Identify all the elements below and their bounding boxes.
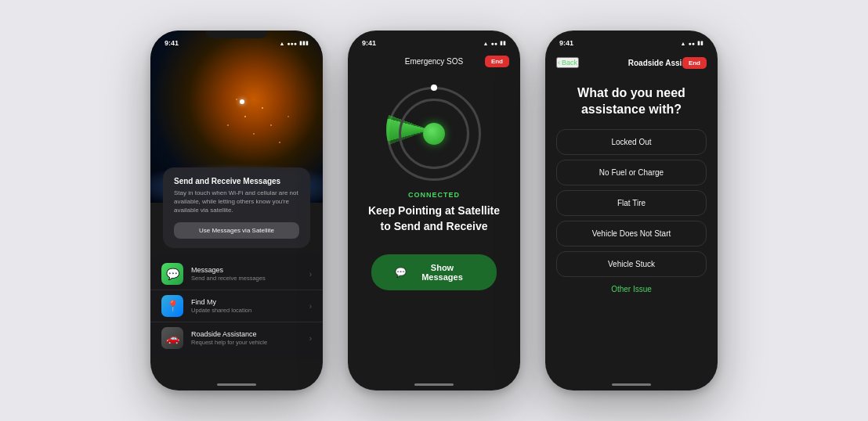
satellite-message-card: Send and Receive Messages Stay in touch …: [163, 167, 310, 248]
list-item[interactable]: 🚗 Roadside Assistance Request help for y…: [150, 322, 323, 354]
chevron-right-icon: ›: [309, 270, 312, 279]
wifi-icon: ●●: [491, 41, 497, 46]
satellite-compass: [383, 83, 485, 185]
battery-icon: ▮▮: [697, 40, 703, 46]
roadside-end-button[interactable]: End: [682, 57, 707, 69]
messages-app-name: Messages: [191, 266, 302, 274]
use-messages-satellite-button[interactable]: Use Messages via Satellite: [174, 222, 299, 239]
list-item[interactable]: 📍 Find My Update shared location ›: [150, 290, 323, 322]
assistance-question: What do you need assistance with?: [545, 73, 718, 129]
status-icons-3: ▲ ●● ▮▮: [681, 40, 703, 46]
show-messages-button[interactable]: 💬 Show Messages: [371, 254, 497, 290]
phone-2-screen: 9:41 ▲ ●● ▮▮ Emergency SOS End CONNECTED…: [348, 31, 520, 390]
show-messages-label: Show Messages: [411, 263, 473, 282]
findmy-app-subtitle: Update shared location: [191, 307, 302, 314]
sos-header: Emergency SOS End: [348, 52, 520, 70]
chevron-right-icon: ›: [309, 334, 312, 343]
battery-icon: ▮▮▮: [299, 40, 309, 46]
app-list: 💬 Messages Send and receive messages › 📍…: [150, 254, 323, 358]
findmy-app-name: Find My: [191, 298, 302, 306]
signal-icon: ▲: [681, 41, 686, 46]
phone-2: 9:41 ▲ ●● ▮▮ Emergency SOS End CONNECTED…: [348, 31, 520, 390]
phone-3: 9:41 ▲ ●● ▮▮ ‹ Back Roadside Assistance …: [545, 31, 718, 390]
battery-icon: ▮▮: [500, 40, 506, 46]
assistance-options-list: Locked Out No Fuel or Charge Flat Tire V…: [545, 129, 718, 277]
compass-top-dot: [431, 85, 437, 91]
messages-app-subtitle: Send and receive messages: [191, 275, 302, 282]
vehicle-no-start-option[interactable]: Vehicle Does Not Start: [556, 221, 707, 246]
satellite-instruction: Keep Pointing at Satellite to Send and R…: [348, 199, 520, 239]
roadside-app-name: Roadside Assistance: [191, 330, 302, 338]
other-issue-link[interactable]: Other Issue: [545, 285, 718, 293]
home-indicator-2: [414, 383, 454, 386]
status-bar-3: 9:41 ▲ ●● ▮▮: [545, 31, 718, 52]
roadside-header: ‹ Back Roadside Assistance End: [545, 52, 718, 73]
back-label: Back: [562, 59, 577, 67]
back-button[interactable]: ‹ Back: [556, 57, 579, 68]
status-icons-2: ▲ ●● ▮▮: [483, 40, 506, 46]
messages-app-icon: 💬: [161, 263, 183, 285]
chevron-right-icon: ›: [309, 302, 312, 311]
wifi-icon: ●●●: [287, 41, 297, 46]
roadside-app-icon: 🚗: [161, 327, 183, 349]
phone-3-screen: 9:41 ▲ ●● ▮▮ ‹ Back Roadside Assistance …: [545, 31, 718, 390]
status-bar-1: 9:41 ▲ ●●● ▮▮▮: [150, 31, 323, 52]
status-bar-2: 9:41 ▲ ●● ▮▮: [348, 31, 520, 52]
locked-out-option[interactable]: Locked Out: [556, 129, 707, 155]
home-indicator-1: [217, 383, 256, 386]
connected-label: CONNECTED: [348, 191, 520, 199]
message-card-description: Stay in touch when Wi-Fi and cellular ar…: [174, 189, 299, 215]
status-time-3: 9:41: [559, 39, 573, 47]
findmy-app-icon: 📍: [161, 295, 183, 317]
home-indicator-3: [612, 383, 651, 386]
chevron-left-icon: ‹: [558, 59, 560, 67]
phone-1-screen: 9:41 ▲ ●●● ▮▮▮ Send and Receive Messages…: [150, 31, 323, 390]
end-button[interactable]: End: [485, 56, 509, 67]
status-icons-1: ▲ ●●● ▮▮▮: [279, 40, 309, 46]
vehicle-stuck-option[interactable]: Vehicle Stuck: [556, 251, 707, 277]
message-card-title: Send and Receive Messages: [174, 177, 299, 185]
status-time-1: 9:41: [165, 39, 179, 47]
sos-title: Emergency SOS: [405, 57, 463, 66]
compass-center-dot: [423, 123, 445, 145]
phone-1: 9:41 ▲ ●●● ▮▮▮ Send and Receive Messages…: [150, 31, 323, 390]
message-bubble-icon: 💬: [395, 267, 407, 278]
list-item[interactable]: 💬 Messages Send and receive messages ›: [150, 258, 323, 290]
signal-icon: ▲: [279, 41, 284, 46]
status-time-2: 9:41: [362, 39, 376, 47]
roadside-app-subtitle: Request help for your vehicle: [191, 339, 302, 346]
wifi-icon: ●●: [689, 41, 695, 46]
signal-icon: ▲: [483, 41, 489, 46]
no-fuel-option[interactable]: No Fuel or Charge: [556, 160, 707, 185]
flat-tire-option[interactable]: Flat Tire: [556, 190, 707, 216]
